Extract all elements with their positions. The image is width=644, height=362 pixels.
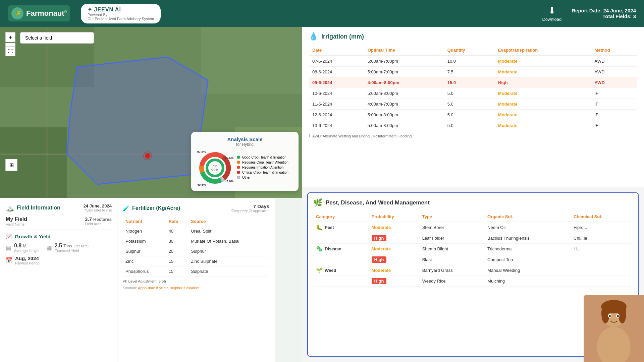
irr-qty: 5.0: [444, 110, 495, 120]
pest-type: Weedy Rice: [420, 276, 485, 287]
fert-rate: 30: [166, 236, 189, 246]
height-values: 0.8 M Average Height: [14, 243, 40, 253]
irr-col-method: Method: [591, 45, 637, 56]
pest-probability: High: [369, 254, 420, 265]
fullscreen-button[interactable]: ⛶: [5, 46, 15, 56]
fertilizer-frequency: 7 Days *Frequency Of Application: [230, 203, 269, 213]
category-icon: 🦠: [316, 246, 323, 252]
yield-icon: ▦: [46, 244, 52, 251]
col-rate: Rate: [166, 217, 189, 226]
category-icon: 🌱: [316, 267, 323, 274]
ph-label: Ph Level Adjustment:: [123, 279, 157, 283]
fert-rate: 15: [166, 266, 189, 277]
jeevn-branding: ✦ JEEVN Ai Powered By Our Personalized F…: [81, 4, 161, 23]
pest-chemical: Fipro...: [571, 222, 633, 233]
field-name-block: My Field Field Name: [6, 216, 27, 226]
download-button[interactable]: ⬇ Download: [542, 5, 561, 22]
category-label: Disease: [325, 246, 341, 251]
legend-item-crop-health: Requires Crop Health Attention: [237, 161, 293, 164]
field-selector[interactable]: Select a field: [20, 32, 94, 44]
legend-dot-critical: [237, 171, 240, 174]
irr-qty: 5.0: [444, 88, 495, 99]
pest-organic: Mulching: [485, 276, 571, 287]
pest-col-organic: Organic Sol.: [485, 212, 571, 222]
farmonaut-icon: 🌾: [11, 7, 23, 19]
fert-source: Sulphur: [188, 246, 269, 256]
irr-date: 09-6-2024: [309, 77, 364, 88]
field-info-panel: 🏔️ Field Information 24 June, 2024 *Last…: [0, 198, 117, 362]
analysis-scale-popup: Analysis Scale for Hybrid: [191, 132, 299, 191]
pest-row: 🐛Pest Moderate Stem Borer Neem Oil Fipro…: [313, 222, 633, 233]
pest-organic: Bacillus Thuringiensis: [485, 233, 571, 244]
main-content: + − Select a field ⛶ ⊞ 50 m 300 ft 🍃 Lea…: [0, 27, 644, 362]
irr-method: AWD: [591, 56, 637, 67]
pest-category: 🦠Disease: [313, 244, 369, 254]
svg-rect-2: [201, 27, 302, 94]
pest-probability: Moderate: [369, 265, 420, 276]
pest-probability: High: [369, 276, 420, 287]
analysis-legend: Good Crop Health & Irrigation Requires C…: [237, 156, 293, 181]
irr-evap: Moderate: [495, 110, 591, 120]
pest-chemical: [571, 254, 633, 265]
irrigation-icon: 💧: [309, 32, 318, 41]
fertilizer-row: Potassium 30 Muriate Of Potash, Basal: [123, 236, 269, 246]
fert-source: Urea, Split: [188, 226, 269, 236]
irrigation-header: 💧 Irrigation (mm): [309, 32, 637, 41]
pest-row: 🦠Disease Moderate Sheath Blight Trichode…: [313, 244, 633, 254]
pest-type: Barnyard Grass: [420, 265, 485, 276]
irrigation-row: 12-6-2024 5:00am-8:00pm 5.0 Moderate IF: [309, 110, 637, 120]
irr-evap: Moderate: [495, 56, 591, 67]
pest-probability: Moderate: [369, 244, 420, 254]
pest-col-probability: Probability: [369, 212, 420, 222]
fertilizer-row: Nitrogen 40 Urea, Split: [123, 226, 269, 236]
field-marker: [145, 153, 150, 159]
fertilizer-table-header: Nutrient Rate Source: [123, 217, 269, 226]
fertilizer-solution: Solution: Apply lime if acidic, sulphur …: [123, 286, 269, 290]
irr-evap: High: [495, 77, 591, 88]
irr-time: 5:00am-8:00pm: [364, 110, 444, 120]
prob-badge-high: High: [372, 256, 387, 263]
pest-icon: 🌿: [313, 198, 322, 207]
category-label: Pest: [325, 225, 334, 230]
pest-row: High Weedy Rice Mulching: [313, 276, 633, 287]
irr-col-qty: Quantity: [444, 45, 495, 56]
pest-row: High Leaf Folder Bacillus Thuringiensis …: [313, 233, 633, 244]
zoom-in-button[interactable]: +: [5, 32, 15, 42]
height-item: ▦ 0.8 M Average Height: [6, 243, 40, 253]
prob-badge-moderate: Moderate: [372, 268, 391, 273]
pct-label-458: 45.8%: [225, 180, 233, 183]
irr-method: IF: [591, 110, 637, 120]
fertilizer-title: 🧪 Fertilizer (Kg/Acre): [123, 205, 180, 212]
irr-evap: Moderate: [495, 99, 591, 110]
fert-nutrient: Sulphur: [123, 246, 166, 256]
prob-badge-moderate: Moderate: [372, 225, 391, 230]
prob-badge-high: High: [372, 235, 387, 241]
irr-method: AWD: [591, 67, 637, 77]
legend-dot-irrigation: [237, 166, 240, 169]
pest-col-chemical: Chemical Sol.: [571, 212, 633, 222]
layers-button[interactable]: ⊞: [5, 159, 17, 171]
legend-item-critical: Critical Crop Health & Irrigation: [237, 171, 293, 174]
field-info-date: 24 June, 2024 *Last satellite visit: [83, 203, 112, 212]
pest-category: 🌱Weed: [313, 265, 369, 276]
irrigation-section: 💧 Irrigation (mm) Date Optimal Time Quan…: [302, 27, 644, 187]
right-column: 💧 Irrigation (mm) Date Optimal Time Quan…: [302, 27, 644, 362]
irr-evap: Moderate: [495, 67, 591, 77]
jeevn-logo-area: ✦ JEEVN Ai Powered By Our Personalized F…: [88, 6, 154, 21]
fertilizer-table-body: Nitrogen 40 Urea, Split Potassium 30 Mur…: [123, 226, 269, 277]
harvest-icon: 📅: [6, 257, 12, 263]
donut-center-text: 5% Other: [211, 165, 219, 171]
yield-item: ▦ 2.5 Tons (Per Acre) Expected Yield: [46, 243, 89, 253]
avatar-overlay: [584, 295, 644, 362]
irr-time: 5:00am-8:00pm: [364, 120, 444, 131]
fert-rate: 15: [166, 256, 189, 266]
pest-organic: Compost Tea: [485, 254, 571, 265]
pest-chemical: [571, 265, 633, 276]
pest-row: High Blast Compost Tea: [313, 254, 633, 265]
growth-icon: 📈: [6, 233, 12, 239]
pest-type: Stem Borer: [420, 222, 485, 233]
field-select-dropdown[interactable]: Select a field: [20, 32, 94, 44]
irr-date: 10-6-2024: [309, 88, 364, 99]
svg-point-17: [601, 303, 609, 323]
analysis-content: 5% Other 97.2% 10.5% 45.8% 40.8% Good Cr…: [197, 149, 293, 186]
